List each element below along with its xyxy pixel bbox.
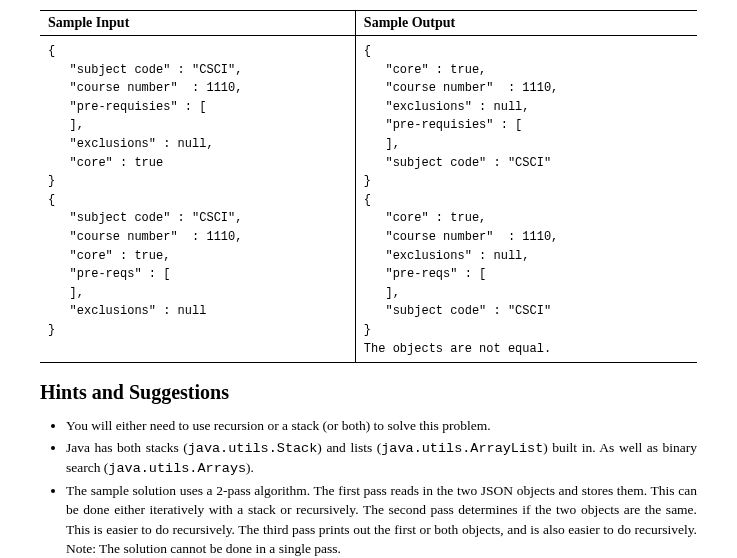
header-sample-input: Sample Input — [40, 11, 355, 36]
sample-input-code: { "subject code" : "CSCI", "course numbe… — [40, 36, 355, 363]
hint-item-java-collections: Java has both stacks (java.utils.Stack) … — [66, 438, 697, 479]
code-stack: java.utils.Stack — [188, 441, 318, 456]
header-sample-output: Sample Output — [355, 11, 697, 36]
hint-text: ) and lists ( — [317, 440, 381, 455]
hint-item-two-pass: The sample solution uses a 2-pass algori… — [66, 481, 697, 558]
hints-list: You will either need to use recursion or… — [40, 416, 697, 558]
hint-item-recursion: You will either need to use recursion or… — [66, 416, 697, 436]
sample-output-code: { "core" : true, "course number" : 1110,… — [355, 36, 697, 363]
code-arraylist: java.utils.ArrayList — [381, 441, 543, 456]
hints-heading: Hints and Suggestions — [40, 381, 697, 404]
sample-io-table: Sample Input Sample Output { "subject co… — [40, 10, 697, 363]
code-arrays: java.utils.Arrays — [108, 461, 246, 476]
hint-text: ). — [246, 460, 254, 475]
hint-text: Java has both stacks ( — [66, 440, 188, 455]
